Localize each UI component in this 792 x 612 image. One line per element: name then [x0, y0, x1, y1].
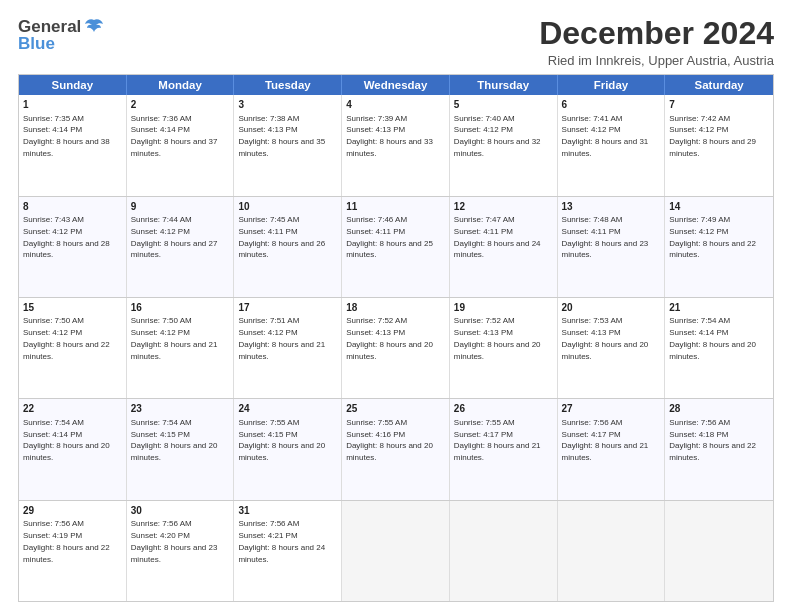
table-row-empty: [450, 501, 558, 601]
table-row: 18 Sunrise: 7:52 AMSunset: 4:13 PMDaylig…: [342, 298, 450, 398]
table-row: 17 Sunrise: 7:51 AMSunset: 4:12 PMDaylig…: [234, 298, 342, 398]
day-header-saturday: Saturday: [665, 75, 773, 95]
table-row: 21 Sunrise: 7:54 AMSunset: 4:14 PMDaylig…: [665, 298, 773, 398]
week-3: 15 Sunrise: 7:50 AMSunset: 4:12 PMDaylig…: [19, 297, 773, 398]
week-5: 29 Sunrise: 7:56 AMSunset: 4:19 PMDaylig…: [19, 500, 773, 601]
day-header-thursday: Thursday: [450, 75, 558, 95]
table-row: 16 Sunrise: 7:50 AMSunset: 4:12 PMDaylig…: [127, 298, 235, 398]
table-row: 20 Sunrise: 7:53 AMSunset: 4:13 PMDaylig…: [558, 298, 666, 398]
week-2: 8 Sunrise: 7:43 AMSunset: 4:12 PMDayligh…: [19, 196, 773, 297]
table-row: 28 Sunrise: 7:56 AMSunset: 4:18 PMDaylig…: [665, 399, 773, 499]
table-row-empty: [558, 501, 666, 601]
day-header-sunday: Sunday: [19, 75, 127, 95]
day-header-friday: Friday: [558, 75, 666, 95]
table-row: 13 Sunrise: 7:48 AMSunset: 4:11 PMDaylig…: [558, 197, 666, 297]
title-block: December 2024 Ried im Innkreis, Upper Au…: [539, 16, 774, 68]
table-row: 9 Sunrise: 7:44 AMSunset: 4:12 PMDayligh…: [127, 197, 235, 297]
table-row: 7 Sunrise: 7:42 AMSunset: 4:12 PMDayligh…: [665, 95, 773, 195]
table-row: 29 Sunrise: 7:56 AMSunset: 4:19 PMDaylig…: [19, 501, 127, 601]
table-row: 3 Sunrise: 7:38 AMSunset: 4:13 PMDayligh…: [234, 95, 342, 195]
day-header-wednesday: Wednesday: [342, 75, 450, 95]
table-row: 8 Sunrise: 7:43 AMSunset: 4:12 PMDayligh…: [19, 197, 127, 297]
table-row: 15 Sunrise: 7:50 AMSunset: 4:12 PMDaylig…: [19, 298, 127, 398]
table-row: 14 Sunrise: 7:49 AMSunset: 4:12 PMDaylig…: [665, 197, 773, 297]
table-row: 5 Sunrise: 7:40 AMSunset: 4:12 PMDayligh…: [450, 95, 558, 195]
table-row: 12 Sunrise: 7:47 AMSunset: 4:11 PMDaylig…: [450, 197, 558, 297]
week-4: 22 Sunrise: 7:54 AMSunset: 4:14 PMDaylig…: [19, 398, 773, 499]
table-row: 6 Sunrise: 7:41 AMSunset: 4:12 PMDayligh…: [558, 95, 666, 195]
table-row: 27 Sunrise: 7:56 AMSunset: 4:17 PMDaylig…: [558, 399, 666, 499]
table-row: 25 Sunrise: 7:55 AMSunset: 4:16 PMDaylig…: [342, 399, 450, 499]
calendar: Sunday Monday Tuesday Wednesday Thursday…: [18, 74, 774, 602]
month-title: December 2024: [539, 16, 774, 51]
table-row-empty: [665, 501, 773, 601]
table-row: 10 Sunrise: 7:45 AMSunset: 4:11 PMDaylig…: [234, 197, 342, 297]
table-row: 11 Sunrise: 7:46 AMSunset: 4:11 PMDaylig…: [342, 197, 450, 297]
day-header-tuesday: Tuesday: [234, 75, 342, 95]
table-row: 26 Sunrise: 7:55 AMSunset: 4:17 PMDaylig…: [450, 399, 558, 499]
table-row: 24 Sunrise: 7:55 AMSunset: 4:15 PMDaylig…: [234, 399, 342, 499]
table-row: 19 Sunrise: 7:52 AMSunset: 4:13 PMDaylig…: [450, 298, 558, 398]
calendar-body: 1 Sunrise: 7:35 AMSunset: 4:14 PMDayligh…: [19, 95, 773, 601]
logo-bird-icon: [83, 16, 105, 38]
table-row: 4 Sunrise: 7:39 AMSunset: 4:13 PMDayligh…: [342, 95, 450, 195]
table-row: 2 Sunrise: 7:36 AMSunset: 4:14 PMDayligh…: [127, 95, 235, 195]
table-row: 1 Sunrise: 7:35 AMSunset: 4:14 PMDayligh…: [19, 95, 127, 195]
logo: General Blue: [18, 16, 105, 54]
table-row: 30 Sunrise: 7:56 AMSunset: 4:20 PMDaylig…: [127, 501, 235, 601]
calendar-header: Sunday Monday Tuesday Wednesday Thursday…: [19, 75, 773, 95]
location-subtitle: Ried im Innkreis, Upper Austria, Austria: [539, 53, 774, 68]
day-header-monday: Monday: [127, 75, 235, 95]
week-1: 1 Sunrise: 7:35 AMSunset: 4:14 PMDayligh…: [19, 95, 773, 195]
table-row: 31 Sunrise: 7:56 AMSunset: 4:21 PMDaylig…: [234, 501, 342, 601]
table-row: 23 Sunrise: 7:54 AMSunset: 4:15 PMDaylig…: [127, 399, 235, 499]
table-row: 22 Sunrise: 7:54 AMSunset: 4:14 PMDaylig…: [19, 399, 127, 499]
table-row-empty: [342, 501, 450, 601]
